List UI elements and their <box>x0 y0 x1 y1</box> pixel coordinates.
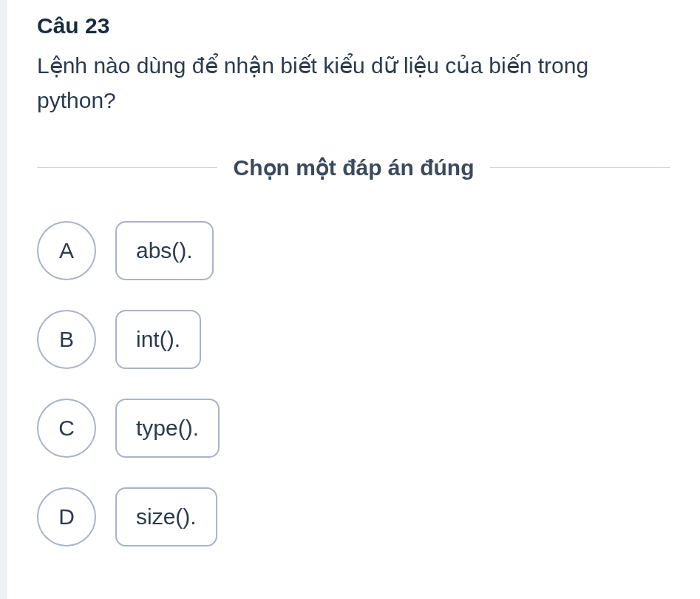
question-text: Lệnh nào dùng để nhận biết kiểu dữ liệu … <box>37 49 670 118</box>
left-accent-bar <box>0 0 7 599</box>
option-c[interactable]: C type(). <box>37 399 670 458</box>
instruction-row: Chọn một đáp án đúng <box>37 155 670 180</box>
option-letter-d[interactable]: D <box>37 487 96 546</box>
divider-line-right <box>490 167 670 168</box>
option-letter-c[interactable]: C <box>37 399 96 458</box>
option-d[interactable]: D size(). <box>37 487 670 546</box>
option-label-b[interactable]: int(). <box>115 310 201 369</box>
instruction-text: Chọn một đáp án đúng <box>217 155 491 180</box>
option-label-a[interactable]: abs(). <box>115 221 214 280</box>
question-container: Câu 23 Lệnh nào dùng để nhận biết kiểu d… <box>0 0 700 561</box>
option-letter-b[interactable]: B <box>37 310 96 369</box>
option-b[interactable]: B int(). <box>37 310 670 369</box>
option-label-c[interactable]: type(). <box>115 399 220 458</box>
option-a[interactable]: A abs(). <box>37 221 670 280</box>
option-letter-a[interactable]: A <box>37 221 96 280</box>
option-label-d[interactable]: size(). <box>115 487 217 546</box>
question-number: Câu 23 <box>37 13 670 38</box>
options-list: A abs(). B int(). C type(). D size(). <box>37 221 670 546</box>
divider-line-left <box>37 167 217 168</box>
